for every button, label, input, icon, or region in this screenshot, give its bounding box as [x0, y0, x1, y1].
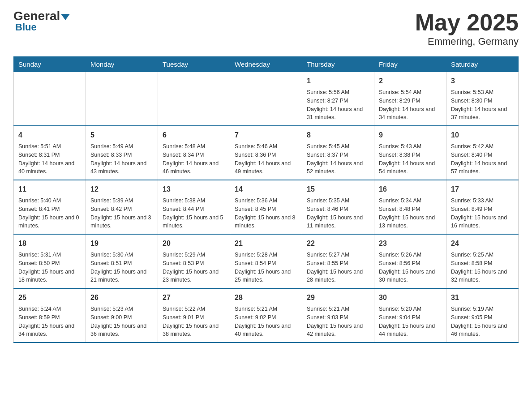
- day-info: Sunrise: 5:45 AM Sunset: 8:37 PM Dayligh…: [307, 142, 369, 176]
- day-cell-2-7: 10Sunrise: 5:42 AM Sunset: 8:40 PM Dayli…: [446, 126, 519, 180]
- day-cell-1-5: 1Sunrise: 5:56 AM Sunset: 8:27 PM Daylig…: [302, 72, 374, 126]
- day-cell-3-1: 11Sunrise: 5:40 AM Sunset: 8:41 PM Dayli…: [14, 180, 86, 234]
- month-year-title: May 2025: [415, 9, 519, 36]
- day-cell-2-3: 6Sunrise: 5:48 AM Sunset: 8:34 PM Daylig…: [158, 126, 230, 180]
- day-number: 1: [307, 76, 369, 86]
- day-number: 3: [451, 76, 514, 86]
- day-number: 29: [307, 292, 369, 303]
- day-cell-4-7: 24Sunrise: 5:25 AM Sunset: 8:58 PM Dayli…: [446, 234, 519, 288]
- day-info: Sunrise: 5:35 AM Sunset: 8:46 PM Dayligh…: [307, 197, 369, 230]
- day-info: Sunrise: 5:34 AM Sunset: 8:48 PM Dayligh…: [379, 197, 442, 230]
- location-subtitle: Emmering, Germany: [415, 36, 519, 47]
- day-number: 13: [163, 184, 225, 195]
- day-number: 15: [307, 184, 369, 195]
- logo: General Blue: [13, 9, 70, 33]
- day-info: Sunrise: 5:31 AM Sunset: 8:50 PM Dayligh…: [18, 251, 81, 284]
- day-cell-4-5: 22Sunrise: 5:27 AM Sunset: 8:55 PM Dayli…: [302, 234, 374, 288]
- day-number: 31: [451, 292, 514, 303]
- day-number: 27: [163, 292, 225, 303]
- day-cell-5-2: 26Sunrise: 5:23 AM Sunset: 9:00 PM Dayli…: [86, 288, 158, 342]
- day-info: Sunrise: 5:39 AM Sunset: 8:42 PM Dayligh…: [90, 197, 153, 230]
- day-info: Sunrise: 5:42 AM Sunset: 8:40 PM Dayligh…: [451, 142, 514, 176]
- day-info: Sunrise: 5:23 AM Sunset: 9:00 PM Dayligh…: [90, 305, 153, 338]
- day-info: Sunrise: 5:28 AM Sunset: 8:54 PM Dayligh…: [235, 251, 297, 284]
- day-info: Sunrise: 5:29 AM Sunset: 8:53 PM Dayligh…: [163, 251, 225, 284]
- day-cell-3-5: 15Sunrise: 5:35 AM Sunset: 8:46 PM Dayli…: [302, 180, 374, 234]
- day-cell-1-7: 3Sunrise: 5:53 AM Sunset: 8:30 PM Daylig…: [446, 72, 519, 126]
- day-number: 9: [379, 130, 442, 141]
- day-info: Sunrise: 5:36 AM Sunset: 8:45 PM Dayligh…: [235, 197, 297, 230]
- day-info: Sunrise: 5:43 AM Sunset: 8:38 PM Dayligh…: [379, 142, 442, 176]
- week-row-2: 4Sunrise: 5:51 AM Sunset: 8:31 PM Daylig…: [14, 126, 519, 180]
- day-cell-1-2: [86, 72, 158, 126]
- day-info: Sunrise: 5:40 AM Sunset: 8:41 PM Dayligh…: [18, 197, 81, 230]
- calendar-table: Sunday Monday Tuesday Wednesday Thursday…: [13, 56, 519, 343]
- col-monday: Monday: [86, 57, 158, 72]
- day-number: 12: [90, 184, 153, 195]
- col-sunday: Sunday: [14, 57, 86, 72]
- day-number: 2: [379, 76, 442, 86]
- day-number: 6: [163, 130, 225, 141]
- day-number: 16: [379, 184, 442, 195]
- col-tuesday: Tuesday: [158, 57, 230, 72]
- day-number: 20: [163, 238, 225, 249]
- logo-blue-text: Blue: [15, 21, 37, 33]
- day-number: 28: [235, 292, 297, 303]
- day-cell-2-6: 9Sunrise: 5:43 AM Sunset: 8:38 PM Daylig…: [374, 126, 446, 180]
- day-cell-2-1: 4Sunrise: 5:51 AM Sunset: 8:31 PM Daylig…: [14, 126, 86, 180]
- day-cell-1-6: 2Sunrise: 5:54 AM Sunset: 8:29 PM Daylig…: [374, 72, 446, 126]
- day-info: Sunrise: 5:22 AM Sunset: 9:01 PM Dayligh…: [163, 305, 225, 338]
- day-info: Sunrise: 5:19 AM Sunset: 9:05 PM Dayligh…: [451, 305, 514, 338]
- day-number: 18: [18, 238, 81, 249]
- day-number: 19: [90, 238, 153, 249]
- day-cell-3-7: 17Sunrise: 5:33 AM Sunset: 8:49 PM Dayli…: [446, 180, 519, 234]
- day-info: Sunrise: 5:33 AM Sunset: 8:49 PM Dayligh…: [451, 197, 514, 230]
- day-number: 25: [18, 292, 81, 303]
- day-cell-5-6: 30Sunrise: 5:20 AM Sunset: 9:04 PM Dayli…: [374, 288, 446, 342]
- day-number: 14: [235, 184, 297, 195]
- day-number: 4: [18, 130, 81, 141]
- day-number: 17: [451, 184, 514, 195]
- day-info: Sunrise: 5:26 AM Sunset: 8:56 PM Dayligh…: [379, 251, 442, 284]
- day-cell-5-5: 29Sunrise: 5:21 AM Sunset: 9:03 PM Dayli…: [302, 288, 374, 342]
- day-info: Sunrise: 5:24 AM Sunset: 8:59 PM Dayligh…: [18, 305, 81, 338]
- day-info: Sunrise: 5:53 AM Sunset: 8:30 PM Dayligh…: [451, 88, 514, 122]
- day-info: Sunrise: 5:38 AM Sunset: 8:44 PM Dayligh…: [163, 197, 225, 230]
- day-info: Sunrise: 5:25 AM Sunset: 8:58 PM Dayligh…: [451, 251, 514, 284]
- day-number: 7: [235, 130, 297, 141]
- col-wednesday: Wednesday: [230, 57, 302, 72]
- day-info: Sunrise: 5:21 AM Sunset: 9:03 PM Dayligh…: [307, 305, 369, 338]
- day-number: 8: [307, 130, 369, 141]
- day-cell-5-3: 27Sunrise: 5:22 AM Sunset: 9:01 PM Dayli…: [158, 288, 230, 342]
- day-cell-5-7: 31Sunrise: 5:19 AM Sunset: 9:05 PM Dayli…: [446, 288, 519, 342]
- day-number: 26: [90, 292, 153, 303]
- day-cell-4-6: 23Sunrise: 5:26 AM Sunset: 8:56 PM Dayli…: [374, 234, 446, 288]
- day-info: Sunrise: 5:21 AM Sunset: 9:02 PM Dayligh…: [235, 305, 297, 338]
- day-info: Sunrise: 5:48 AM Sunset: 8:34 PM Dayligh…: [163, 142, 225, 176]
- title-section: May 2025 Emmering, Germany: [415, 9, 519, 47]
- day-info: Sunrise: 5:20 AM Sunset: 9:04 PM Dayligh…: [379, 305, 442, 338]
- day-cell-3-3: 13Sunrise: 5:38 AM Sunset: 8:44 PM Dayli…: [158, 180, 230, 234]
- day-cell-1-1: [14, 72, 86, 126]
- day-cell-4-1: 18Sunrise: 5:31 AM Sunset: 8:50 PM Dayli…: [14, 234, 86, 288]
- day-number: 11: [18, 184, 81, 195]
- page-header: General Blue May 2025 Emmering, Germany: [13, 9, 519, 47]
- day-number: 23: [379, 238, 442, 249]
- calendar-header-row: Sunday Monday Tuesday Wednesday Thursday…: [14, 57, 519, 72]
- day-number: 5: [90, 130, 153, 141]
- col-friday: Friday: [374, 57, 446, 72]
- day-info: Sunrise: 5:46 AM Sunset: 8:36 PM Dayligh…: [235, 142, 297, 176]
- day-cell-2-4: 7Sunrise: 5:46 AM Sunset: 8:36 PM Daylig…: [230, 126, 302, 180]
- week-row-1: 1Sunrise: 5:56 AM Sunset: 8:27 PM Daylig…: [14, 72, 519, 126]
- day-number: 10: [451, 130, 514, 141]
- week-row-3: 11Sunrise: 5:40 AM Sunset: 8:41 PM Dayli…: [14, 180, 519, 234]
- day-info: Sunrise: 5:54 AM Sunset: 8:29 PM Dayligh…: [379, 88, 442, 122]
- day-info: Sunrise: 5:30 AM Sunset: 8:51 PM Dayligh…: [90, 251, 153, 284]
- day-number: 24: [451, 238, 514, 249]
- day-cell-1-3: [158, 72, 230, 126]
- day-cell-1-4: [230, 72, 302, 126]
- day-cell-5-4: 28Sunrise: 5:21 AM Sunset: 9:02 PM Dayli…: [230, 288, 302, 342]
- day-number: 22: [307, 238, 369, 249]
- logo-arrow-icon: [61, 14, 70, 20]
- day-cell-4-2: 19Sunrise: 5:30 AM Sunset: 8:51 PM Dayli…: [86, 234, 158, 288]
